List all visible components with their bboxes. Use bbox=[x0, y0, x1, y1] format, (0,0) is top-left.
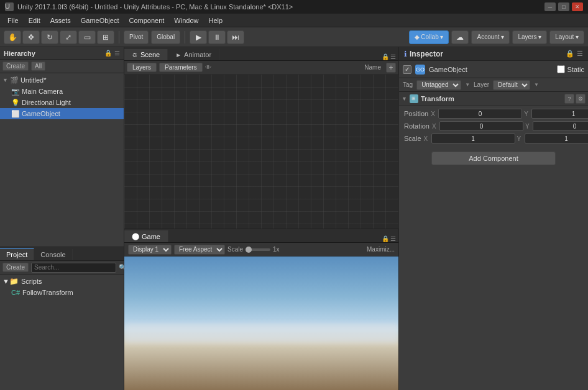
scale-field-label: Scale bbox=[404, 135, 421, 142]
position-row: Position X Y Z bbox=[399, 107, 588, 120]
account-button[interactable]: Account ▾ bbox=[471, 30, 510, 44]
sca-x-letter: X bbox=[424, 135, 430, 142]
close-button[interactable]: ✕ bbox=[572, 2, 583, 11]
project-tabs: Project Console bbox=[0, 247, 124, 261]
sca-y-input[interactable] bbox=[525, 134, 588, 143]
title-bar: U Unity 2017.1.0f3 (64bit) - Untitled - … bbox=[0, 0, 588, 14]
gameobject-active-checkbox[interactable] bbox=[403, 65, 411, 74]
hierarchy-item-scene[interactable]: ▼ 🎬 Untitled* bbox=[0, 75, 124, 86]
sep2 bbox=[185, 31, 185, 43]
hierarchy-title: Hierarchy bbox=[4, 50, 102, 57]
tag-select[interactable]: Untagged bbox=[416, 80, 461, 90]
followtransform-label: FollowTransform bbox=[22, 289, 73, 296]
transform-component-header[interactable]: ▼ ⊞ Transform ? ⚙ bbox=[399, 92, 588, 106]
hierarchy-item-directionallight[interactable]: 💡 Directional Light bbox=[0, 97, 124, 108]
transform-settings-btn[interactable]: ⚙ bbox=[576, 94, 586, 104]
tab-game[interactable]: ⬤ Game bbox=[124, 230, 168, 242]
left-panel: Hierarchy 🔒 ☰ Create All ▼ 🎬 Untitled* 📷 bbox=[0, 47, 124, 390]
hierarchy-toolbar: Create All bbox=[0, 60, 124, 73]
menu-file[interactable]: File bbox=[2, 16, 24, 25]
hand-tool[interactable]: ✋ bbox=[4, 30, 21, 44]
pos-y-input[interactable] bbox=[531, 109, 588, 119]
layer-select[interactable]: Default bbox=[493, 80, 530, 90]
sca-x-input[interactable] bbox=[431, 134, 515, 143]
project-item-scripts[interactable]: ▼ 📁 Scripts bbox=[0, 276, 124, 287]
hierarchy-item-gameobject[interactable]: ⬜ GameObject bbox=[0, 108, 124, 119]
pause-button[interactable]: ⏸ bbox=[208, 30, 226, 44]
add-component-button[interactable]: Add Component bbox=[431, 152, 556, 165]
step-button[interactable]: ⏭ bbox=[227, 30, 244, 44]
game-toolbar: Display 1 Free Aspect Scale 1x Maximiz..… bbox=[124, 243, 398, 256]
gameobject-name[interactable]: GameObject bbox=[429, 66, 553, 73]
transform-ref-btn[interactable]: ? bbox=[564, 94, 574, 104]
project-items: ▼ 📁 Scripts C# FollowTransform bbox=[0, 274, 124, 390]
hierarchy-all-button[interactable]: All bbox=[31, 61, 45, 71]
pos-x-letter: X bbox=[431, 111, 437, 117]
menu-component[interactable]: Component bbox=[124, 16, 169, 25]
inspector-menu-icon[interactable]: ☰ bbox=[577, 50, 583, 58]
display-select[interactable]: Display 1 bbox=[128, 245, 172, 255]
anim-eye-icon[interactable]: 👁 bbox=[205, 64, 211, 71]
cloud-button[interactable]: ☁ bbox=[451, 30, 469, 44]
collab-button[interactable]: ◆ Collab ▾ bbox=[409, 30, 449, 44]
project-item-followtransform[interactable]: C# FollowTransform bbox=[0, 287, 124, 298]
minimize-button[interactable]: ─ bbox=[544, 2, 556, 11]
transform-tools: ✋ ✥ ↻ ⤢ ▭ ⊞ bbox=[4, 30, 114, 44]
view-controls: 🔒 ☰ bbox=[382, 53, 398, 60]
static-checkbox[interactable] bbox=[557, 65, 565, 73]
scale-tool[interactable]: ⤢ bbox=[60, 30, 77, 44]
maximize-button[interactable]: □ bbox=[558, 2, 569, 11]
scene-label: Untitled* bbox=[21, 76, 47, 84]
main-layout: Hierarchy 🔒 ☰ Create All ▼ 🎬 Untitled* 📷 bbox=[0, 47, 588, 390]
menu-help[interactable]: Help bbox=[203, 16, 227, 25]
script-icon: C# bbox=[11, 289, 20, 296]
rotate-tool[interactable]: ↻ bbox=[41, 30, 58, 44]
scale-slider[interactable] bbox=[246, 248, 270, 251]
aspect-select[interactable]: Free Aspect bbox=[174, 245, 225, 255]
pos-x-input[interactable] bbox=[438, 109, 522, 119]
hierarchy-lock[interactable]: 🔒 bbox=[104, 50, 112, 57]
multi-tool[interactable]: ⊞ bbox=[97, 30, 114, 44]
tag-dropdown-icon: ▼ bbox=[465, 82, 470, 88]
hierarchy-menu[interactable]: ☰ bbox=[114, 50, 120, 57]
pos-y-letter: Y bbox=[524, 111, 530, 117]
hierarchy-item-maincamera[interactable]: 📷 Main Camera bbox=[0, 86, 124, 97]
rot-y-input[interactable] bbox=[533, 121, 588, 131]
scene-viewport[interactable] bbox=[124, 75, 398, 229]
pivot-button[interactable]: Pivot bbox=[124, 30, 149, 44]
view-lock-icon[interactable]: 🔒 bbox=[382, 53, 389, 60]
layers-tab[interactable]: Layers bbox=[127, 63, 157, 72]
hierarchy-items: ▼ 🎬 Untitled* 📷 Main Camera 💡 Directiona… bbox=[0, 73, 124, 120]
inspector-lock-icon[interactable]: 🔒 bbox=[566, 50, 574, 58]
global-button[interactable]: Global bbox=[151, 30, 180, 44]
view-menu-icon[interactable]: ☰ bbox=[390, 53, 396, 60]
move-tool[interactable]: ✥ bbox=[22, 30, 40, 44]
inspector-header: ℹ Inspector 🔒 ☰ bbox=[399, 47, 588, 61]
menu-window[interactable]: Window bbox=[169, 16, 203, 25]
tab-project[interactable]: Project bbox=[0, 248, 34, 260]
game-lock-icon[interactable]: 🔒 bbox=[382, 235, 389, 242]
menu-edit[interactable]: Edit bbox=[24, 16, 45, 25]
menu-assets[interactable]: Assets bbox=[45, 16, 76, 25]
project-create-button[interactable]: Create bbox=[2, 263, 29, 272]
tab-console[interactable]: Console bbox=[34, 249, 72, 260]
hierarchy-create-button[interactable]: Create bbox=[2, 61, 29, 71]
tab-scene[interactable]: ⛭ Scene bbox=[124, 49, 168, 60]
game-menu-icon[interactable]: ☰ bbox=[390, 235, 396, 242]
rect-tool[interactable]: ▭ bbox=[78, 30, 96, 44]
layout-button[interactable]: Layout ▾ bbox=[549, 30, 584, 44]
scale-xyz: X Y Z bbox=[424, 134, 588, 143]
tab-animator[interactable]: ► Animator bbox=[168, 49, 219, 60]
project-search-input[interactable] bbox=[31, 263, 116, 273]
menu-gameobject[interactable]: GameObject bbox=[76, 16, 124, 25]
play-button[interactable]: ▶ bbox=[190, 30, 207, 44]
layers-button[interactable]: Layers ▾ bbox=[512, 30, 547, 44]
add-layer-button[interactable]: + bbox=[386, 63, 396, 73]
scale-handle[interactable] bbox=[246, 247, 252, 253]
light-label: Directional Light bbox=[22, 99, 71, 106]
parameters-tab[interactable]: Parameters bbox=[159, 63, 203, 72]
name-col-label: Name bbox=[362, 64, 384, 71]
transform-fields: Position X Y Z bbox=[399, 106, 588, 147]
tag-label: Tag bbox=[403, 81, 413, 88]
rot-x-input[interactable] bbox=[439, 121, 523, 131]
